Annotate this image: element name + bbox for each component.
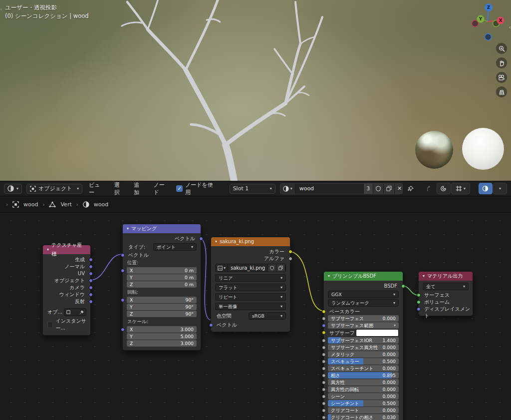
fake-user-shield-button[interactable] bbox=[373, 184, 383, 194]
image-option-select[interactable]: フラット▾ bbox=[215, 284, 286, 291]
image-option-select[interactable]: リピート▾ bbox=[215, 293, 286, 301]
node-socket-violet[interactable] bbox=[89, 258, 93, 262]
node-socket-yellow[interactable] bbox=[288, 250, 292, 254]
node-socket-gray[interactable] bbox=[322, 360, 326, 364]
node-socket-green[interactable] bbox=[417, 293, 421, 297]
collapse-chevron-icon[interactable]: ▾ bbox=[328, 272, 330, 281]
node-socket-violet[interactable] bbox=[322, 324, 326, 328]
node-socket-green[interactable] bbox=[417, 300, 421, 304]
collapse-chevron-icon[interactable]: ▾ bbox=[47, 245, 49, 254]
browse-material-button[interactable]: ▾ bbox=[280, 184, 295, 194]
browse-image-button[interactable]: ▾ bbox=[216, 264, 228, 272]
node-socket-gray[interactable] bbox=[322, 339, 326, 343]
value-slider[interactable]: Y0 m bbox=[127, 274, 197, 281]
menu-item[interactable]: ビュー bbox=[87, 181, 107, 196]
shader-node-canvas[interactable]: ▾ テクスチャ座標 生成ノーマルUVオブジェクトカメラウィンドウ反射 オブ...… bbox=[0, 213, 511, 420]
breadcrumb-material-name[interactable]: wood bbox=[94, 201, 108, 208]
value-slider[interactable]: Y5.000 bbox=[127, 333, 197, 340]
node-socket-violet[interactable] bbox=[89, 293, 93, 297]
node-principled-bsdf[interactable]: ▾ プリンシプルBSDF BSDF GGX ▾ ランダムウォーク ▾ ベースカラ… bbox=[323, 271, 403, 420]
value-slider[interactable]: クリアコート0.000 bbox=[328, 407, 399, 414]
node-texture-coordinate[interactable]: ▾ テクスチャ座標 生成ノーマルUVオブジェクトカメラウィンドウ反射 オブ...… bbox=[42, 245, 91, 336]
value-slider[interactable]: X3.000 bbox=[127, 326, 197, 333]
snap-magnet-icon[interactable] bbox=[437, 183, 451, 194]
node-socket-violet[interactable] bbox=[89, 286, 93, 290]
value-slider[interactable]: 異方性0.000 bbox=[328, 379, 399, 386]
copy-image-button[interactable] bbox=[276, 264, 285, 272]
output-target-select[interactable]: 全て ▾ bbox=[423, 283, 469, 290]
object-picker-field[interactable] bbox=[64, 308, 86, 316]
value-slider[interactable]: X90° bbox=[127, 297, 197, 303]
use-nodes-toggle[interactable]: ✓ ノードを使用 bbox=[176, 181, 218, 196]
value-slider[interactable]: スペキュラー0.500 bbox=[328, 358, 399, 365]
node-header[interactable]: ▾ マテリアル出力 bbox=[419, 272, 473, 281]
value-slider[interactable]: スペキュラーチント0.000 bbox=[328, 365, 399, 372]
3d-viewport[interactable]: ユーザー・透視投影 (0) シーンコレクション | wood ‹ ‹ Z Y X bbox=[0, 0, 511, 181]
overlay-options-dropdown[interactable]: ▾ bbox=[493, 183, 507, 194]
overlay-sphere-icon[interactable] bbox=[479, 183, 493, 194]
open-image-folder-button[interactable] bbox=[285, 264, 286, 272]
node-socket-violet[interactable] bbox=[89, 272, 93, 276]
node-socket-gray[interactable] bbox=[322, 346, 326, 350]
node-socket-gray[interactable] bbox=[322, 402, 326, 406]
pan-hand-icon[interactable] bbox=[496, 57, 507, 68]
image-option-select[interactable]: 単一画像▾ bbox=[215, 303, 286, 310]
node-socket-vector[interactable] bbox=[209, 323, 213, 327]
toolbar-collapse-arrow[interactable]: ‹ bbox=[0, 6, 2, 12]
breadcrumb-object-name[interactable]: wood bbox=[23, 201, 38, 208]
editor-type-button[interactable]: ▾ bbox=[4, 184, 22, 194]
node-material-output[interactable]: ▾ マテリアル出力 全て ▾ サーフェスボリュームディスプレイスメント bbox=[418, 271, 473, 316]
node-socket-vector[interactable] bbox=[121, 253, 125, 257]
node-socket-violet[interactable] bbox=[89, 265, 93, 269]
sss-method-select[interactable]: ランダムウォーク ▾ bbox=[328, 299, 399, 307]
distribution-select[interactable]: GGX ▾ bbox=[328, 291, 399, 298]
value-slider[interactable]: メタリック0.000 bbox=[328, 351, 399, 358]
value-slider[interactable]: シーンチント0.500 bbox=[328, 400, 399, 407]
camera-view-icon[interactable] bbox=[496, 72, 507, 83]
node-socket-gray[interactable] bbox=[322, 409, 326, 413]
value-slider[interactable]: クリアコートの粗さ0.030 bbox=[328, 414, 399, 420]
menu-item[interactable]: 追加 bbox=[132, 181, 146, 196]
value-slider[interactable]: シーン0.000 bbox=[328, 393, 399, 400]
vector-dropdown[interactable]: サブサーフェス範囲▾ bbox=[328, 322, 399, 329]
node-socket-vector[interactable] bbox=[199, 237, 203, 241]
node-socket-violet[interactable] bbox=[89, 300, 93, 304]
menu-item[interactable]: ノード bbox=[152, 181, 172, 196]
node-socket-gray[interactable] bbox=[322, 388, 326, 392]
shader-type-select[interactable]: オブジェクト ▾ bbox=[26, 184, 82, 194]
collapse-chevron-icon[interactable]: ▾ bbox=[423, 272, 425, 281]
node-socket-gray[interactable] bbox=[322, 374, 326, 378]
go-to-parent-node-tree-icon[interactable] bbox=[423, 183, 436, 194]
node-header[interactable]: ▾ プリンシプルBSDF bbox=[324, 272, 403, 281]
menu-item[interactable]: 選択 bbox=[112, 181, 127, 196]
node-socket-violet[interactable] bbox=[121, 328, 125, 332]
navigation-gizmo[interactable]: Z Y X bbox=[469, 2, 508, 46]
value-slider[interactable]: サブサーフェス0.000 bbox=[328, 315, 399, 322]
node-socket-shader[interactable] bbox=[401, 284, 405, 288]
instancer-checkbox[interactable] bbox=[47, 322, 53, 328]
image-option-select[interactable]: リニア▾ bbox=[215, 274, 286, 282]
value-slider[interactable]: 粗さ0.895 bbox=[328, 372, 399, 379]
node-socket-yellow[interactable] bbox=[322, 331, 326, 335]
node-mapping[interactable]: ▾ マッピング ベクトル タイプ: ポイント ▾ ベクトル 位置:X0 mY0 … bbox=[122, 224, 201, 351]
color-swatch[interactable] bbox=[356, 329, 399, 337]
eyedropper-icon[interactable] bbox=[79, 310, 84, 315]
new-material-copy-button[interactable] bbox=[383, 184, 394, 194]
material-name-field[interactable]: wood bbox=[295, 184, 363, 194]
node-socket-violet[interactable] bbox=[121, 298, 125, 302]
colorspace-select[interactable]: sRGB ▾ bbox=[249, 312, 286, 320]
node-socket-gray[interactable] bbox=[322, 317, 326, 321]
node-socket-gray[interactable] bbox=[322, 416, 326, 420]
sidebar-collapse-arrow[interactable]: ‹ bbox=[509, 24, 511, 30]
image-name-field[interactable]: sakura_ki.png bbox=[228, 264, 267, 272]
node-socket-violet[interactable] bbox=[417, 307, 421, 311]
zoom-tool-icon[interactable] bbox=[496, 43, 507, 54]
node-socket-gray[interactable] bbox=[322, 367, 326, 371]
collapse-chevron-icon[interactable]: ▾ bbox=[127, 224, 129, 233]
value-slider[interactable]: サブサーフェスIOR1.400 bbox=[328, 337, 399, 344]
perspective-grid-icon[interactable] bbox=[496, 86, 507, 97]
node-header[interactable]: ▾ テクスチャ座標 bbox=[43, 245, 90, 254]
unlink-material-button[interactable]: ✕ bbox=[394, 184, 403, 194]
node-socket-gray[interactable] bbox=[322, 381, 326, 385]
mapping-type-select[interactable]: ポイント ▾ bbox=[153, 243, 197, 251]
